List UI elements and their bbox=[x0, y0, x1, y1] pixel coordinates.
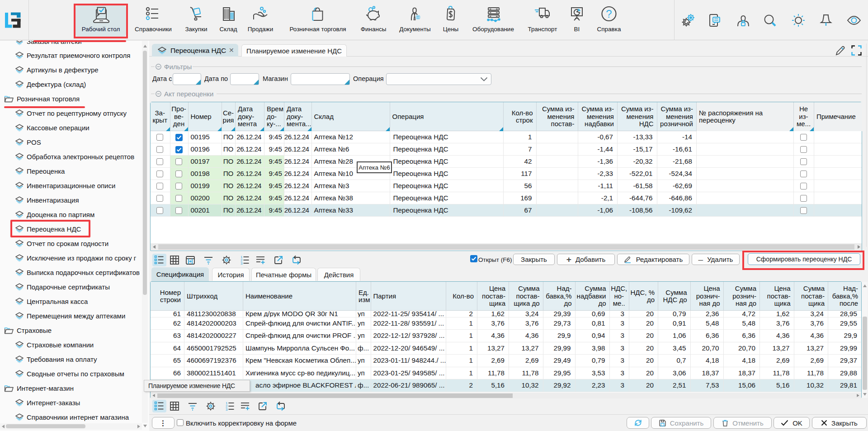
svg-text:3: 3 bbox=[226, 407, 228, 412]
svg-text:3: 3 bbox=[241, 261, 243, 265]
svg-text:?: ? bbox=[606, 8, 612, 20]
